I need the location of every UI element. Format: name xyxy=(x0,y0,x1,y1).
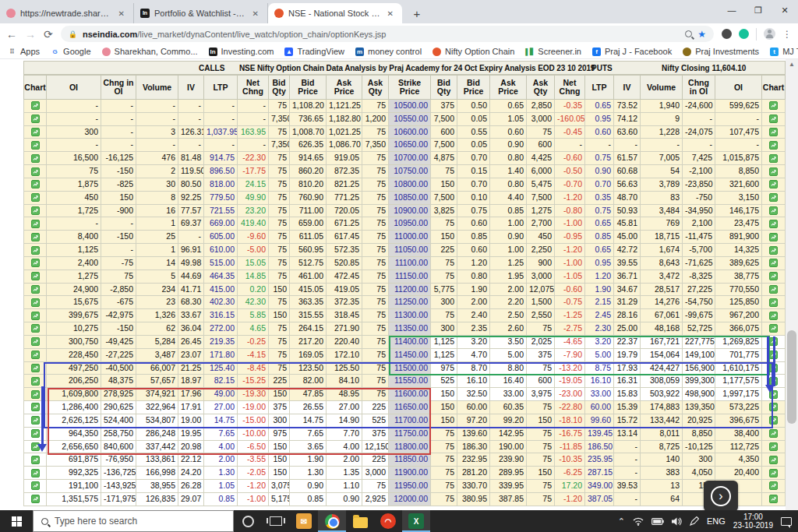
chart-link-cell[interactable] xyxy=(23,284,47,297)
chart-icon[interactable] xyxy=(31,101,40,110)
chart-link-cell[interactable] xyxy=(762,401,786,414)
chart-link-cell[interactable] xyxy=(762,362,786,375)
chart-link-cell[interactable] xyxy=(23,244,47,257)
maximize-button[interactable]: ❐ xyxy=(745,0,772,20)
chart-icon[interactable] xyxy=(769,364,778,372)
cortana-button[interactable] xyxy=(234,510,262,532)
chart-link-cell[interactable] xyxy=(23,178,47,192)
chart-link-cell[interactable] xyxy=(762,178,786,192)
chrome-app-button[interactable] xyxy=(318,510,346,532)
chart-link-cell[interactable] xyxy=(762,428,786,441)
chart-link-cell[interactable] xyxy=(762,309,786,322)
scrollbar-thumb[interactable] xyxy=(787,330,796,424)
chart-icon[interactable] xyxy=(31,390,40,399)
chart-link-cell[interactable] xyxy=(23,113,47,126)
chart-link-cell[interactable] xyxy=(23,375,47,388)
new-tab-button[interactable]: + xyxy=(407,3,427,23)
address-bar[interactable]: 🔒 nseindia.com/live_market/dynaContent/l… xyxy=(61,26,714,42)
chart-icon[interactable] xyxy=(31,364,40,372)
tab-close-icon[interactable]: ✕ xyxy=(250,9,261,19)
bookmark-item[interactable]: ⠿Apps xyxy=(8,47,40,56)
chart-icon[interactable] xyxy=(31,312,40,320)
chart-link-cell[interactable] xyxy=(23,257,47,270)
chart-link-cell[interactable] xyxy=(762,100,786,113)
chart-icon[interactable] xyxy=(31,193,40,202)
chart-link-cell[interactable] xyxy=(23,336,47,349)
chart-link-cell[interactable] xyxy=(762,336,786,349)
chart-icon[interactable] xyxy=(31,456,40,464)
chart-icon[interactable] xyxy=(31,220,40,228)
chart-icon[interactable] xyxy=(769,206,778,215)
task-view-button[interactable] xyxy=(262,510,290,532)
chart-link-cell[interactable] xyxy=(23,428,47,441)
chart-icon[interactable] xyxy=(31,154,40,163)
chart-icon[interactable] xyxy=(31,128,40,136)
profile-icon[interactable] xyxy=(764,28,775,40)
bookmark-item[interactable]: Nifty Option Chain xyxy=(433,47,514,56)
chart-icon[interactable] xyxy=(769,429,778,438)
chart-icon[interactable] xyxy=(769,495,778,503)
chart-icon[interactable] xyxy=(769,115,778,123)
chart-icon[interactable] xyxy=(31,403,40,411)
chart-link-cell[interactable] xyxy=(23,126,47,139)
chart-icon[interactable] xyxy=(769,298,778,307)
bookmark-item[interactable]: Sharekhan, Commo... xyxy=(102,47,198,56)
tab-close-icon[interactable]: ✕ xyxy=(385,9,396,19)
file-explorer-button[interactable] xyxy=(346,510,374,532)
tab-close-icon[interactable]: ✕ xyxy=(116,9,127,19)
chart-icon[interactable] xyxy=(31,246,40,255)
grammarly-icon[interactable] xyxy=(739,29,749,39)
sharekhan-app-button[interactable]: ◠ xyxy=(374,510,402,532)
wifi-icon[interactable] xyxy=(633,517,644,526)
chart-link-cell[interactable] xyxy=(762,152,786,165)
chart-link-cell[interactable] xyxy=(762,192,786,205)
chart-link-cell[interactable] xyxy=(23,192,47,205)
chart-icon[interactable] xyxy=(769,167,778,176)
chart-link-cell[interactable] xyxy=(23,152,47,165)
browser-tab[interactable]: https://newtrade.sharekhan.com✕ xyxy=(0,3,134,23)
chart-icon[interactable] xyxy=(769,456,778,464)
chart-icon[interactable] xyxy=(769,272,778,280)
chart-icon[interactable] xyxy=(31,259,40,267)
chart-link-cell[interactable] xyxy=(762,244,786,257)
chart-icon[interactable] xyxy=(31,351,40,359)
chart-icon[interactable] xyxy=(769,101,778,110)
chart-icon[interactable] xyxy=(769,469,778,477)
chart-link-cell[interactable] xyxy=(762,441,786,454)
chart-icon[interactable] xyxy=(769,259,778,267)
chart-link-cell[interactable] xyxy=(762,375,786,388)
chart-icon[interactable] xyxy=(31,337,40,346)
chart-link-cell[interactable] xyxy=(762,453,786,467)
chart-link-cell[interactable] xyxy=(762,284,786,297)
chart-icon[interactable] xyxy=(31,233,40,241)
chart-link-cell[interactable] xyxy=(762,322,786,336)
chart-icon[interactable] xyxy=(769,246,778,255)
chart-link-cell[interactable] xyxy=(23,401,47,414)
chart-icon[interactable] xyxy=(769,481,778,490)
chart-link-cell[interactable] xyxy=(762,349,786,362)
bookmark-item[interactable]: fPraj J - Facebook xyxy=(592,47,672,56)
excel-app-button[interactable]: X xyxy=(402,510,430,532)
chart-link-cell[interactable] xyxy=(23,309,47,322)
clock[interactable]: 17:00 23-10-2019 xyxy=(733,513,773,530)
chart-link-cell[interactable] xyxy=(23,322,47,336)
bookmark-item[interactable]: tMJ Twitter xyxy=(770,47,798,56)
battery-icon[interactable] xyxy=(651,518,664,525)
chart-icon[interactable] xyxy=(31,298,40,307)
chart-link-cell[interactable] xyxy=(762,113,786,126)
chart-icon[interactable] xyxy=(31,416,40,425)
volume-icon[interactable] xyxy=(672,517,682,526)
bookmark-star-icon[interactable]: ★ xyxy=(697,29,706,40)
chart-icon[interactable] xyxy=(769,390,778,399)
close-button[interactable]: ✕ xyxy=(772,0,798,20)
chart-link-cell[interactable] xyxy=(762,467,786,480)
chart-link-cell[interactable] xyxy=(762,270,786,284)
chart-link-cell[interactable] xyxy=(23,139,47,152)
chart-icon[interactable] xyxy=(769,403,778,411)
chart-link-cell[interactable] xyxy=(23,100,47,113)
vertical-scrollbar[interactable]: ▲ xyxy=(786,59,798,510)
chart-icon[interactable] xyxy=(31,429,40,438)
chart-icon[interactable] xyxy=(769,180,778,188)
reload-button[interactable]: ⟳ xyxy=(44,28,53,41)
tray-expand-icon[interactable]: ⌃ xyxy=(618,516,625,527)
